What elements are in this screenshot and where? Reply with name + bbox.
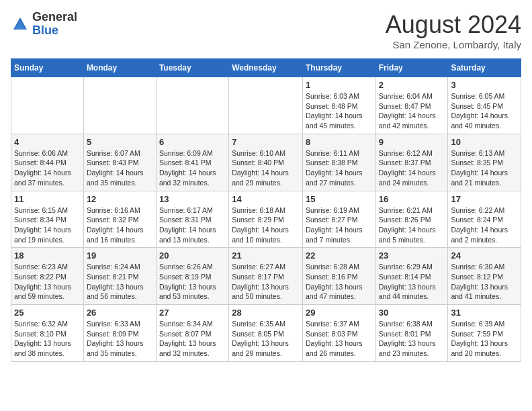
day-number: 20	[159, 250, 226, 261]
day-info: Sunrise: 6:04 AM Sunset: 8:47 PM Dayligh…	[379, 91, 445, 131]
col-monday: Monday	[83, 59, 156, 77]
day-info: Sunrise: 6:24 AM Sunset: 8:21 PM Dayligh…	[87, 262, 153, 302]
calendar-week-row: 11Sunrise: 6:15 AM Sunset: 8:34 PM Dayli…	[11, 191, 521, 248]
day-info: Sunrise: 6:03 AM Sunset: 8:48 PM Dayligh…	[306, 91, 373, 131]
title-block: August 2024 San Zenone, Lombardy, Italy	[386, 11, 521, 50]
table-row: 18Sunrise: 6:23 AM Sunset: 8:22 PM Dayli…	[11, 248, 84, 305]
table-row: 30Sunrise: 6:38 AM Sunset: 8:01 PM Dayli…	[375, 305, 448, 362]
day-number: 2	[379, 80, 445, 90]
day-info: Sunrise: 6:10 AM Sunset: 8:40 PM Dayligh…	[232, 148, 300, 188]
col-friday: Friday	[375, 59, 448, 77]
table-row: 11Sunrise: 6:15 AM Sunset: 8:34 PM Dayli…	[11, 191, 84, 248]
calendar-week-row: 1Sunrise: 6:03 AM Sunset: 8:48 PM Daylig…	[11, 77, 521, 134]
day-info: Sunrise: 6:23 AM Sunset: 8:22 PM Dayligh…	[14, 262, 81, 302]
day-number: 5	[87, 137, 153, 147]
day-info: Sunrise: 6:17 AM Sunset: 8:31 PM Dayligh…	[159, 205, 226, 245]
table-row: 19Sunrise: 6:24 AM Sunset: 8:21 PM Dayli…	[83, 248, 156, 305]
month-title: August 2024	[386, 11, 521, 39]
day-number: 30	[379, 308, 445, 318]
day-number: 24	[451, 250, 518, 261]
day-info: Sunrise: 6:16 AM Sunset: 8:32 PM Dayligh…	[87, 205, 153, 245]
day-info: Sunrise: 6:28 AM Sunset: 8:16 PM Dayligh…	[306, 262, 373, 302]
day-number: 15	[306, 194, 373, 204]
day-info: Sunrise: 6:11 AM Sunset: 8:38 PM Dayligh…	[306, 148, 373, 188]
table-row: 6Sunrise: 6:09 AM Sunset: 8:41 PM Daylig…	[156, 134, 228, 191]
day-number: 1	[306, 80, 373, 90]
day-number: 25	[14, 308, 81, 318]
table-row: 9Sunrise: 6:12 AM Sunset: 8:37 PM Daylig…	[375, 134, 448, 191]
table-row: 8Sunrise: 6:11 AM Sunset: 8:38 PM Daylig…	[302, 134, 375, 191]
table-row: 1Sunrise: 6:03 AM Sunset: 8:48 PM Daylig…	[302, 77, 375, 134]
table-row: 5Sunrise: 6:07 AM Sunset: 8:43 PM Daylig…	[83, 134, 156, 191]
day-number: 14	[232, 194, 300, 204]
day-info: Sunrise: 6:26 AM Sunset: 8:19 PM Dayligh…	[159, 262, 226, 302]
table-row: 15Sunrise: 6:19 AM Sunset: 8:27 PM Dayli…	[302, 191, 375, 248]
table-row: 16Sunrise: 6:21 AM Sunset: 8:26 PM Dayli…	[375, 191, 448, 248]
day-info: Sunrise: 6:39 AM Sunset: 7:59 PM Dayligh…	[451, 319, 518, 359]
logo-icon	[11, 15, 30, 34]
table-row: 7Sunrise: 6:10 AM Sunset: 8:40 PM Daylig…	[229, 134, 303, 191]
day-number: 9	[379, 137, 445, 147]
table-row: 31Sunrise: 6:39 AM Sunset: 7:59 PM Dayli…	[448, 305, 521, 362]
day-number: 31	[451, 308, 518, 318]
day-info: Sunrise: 6:27 AM Sunset: 8:17 PM Dayligh…	[232, 262, 300, 302]
calendar-week-row: 18Sunrise: 6:23 AM Sunset: 8:22 PM Dayli…	[11, 248, 521, 305]
day-number: 21	[232, 250, 300, 261]
table-row: 25Sunrise: 6:32 AM Sunset: 8:10 PM Dayli…	[11, 305, 84, 362]
day-info: Sunrise: 6:19 AM Sunset: 8:27 PM Dayligh…	[306, 205, 373, 245]
table-row: 14Sunrise: 6:18 AM Sunset: 8:29 PM Dayli…	[229, 191, 303, 248]
page-header: General Blue August 2024 San Zenone, Lom…	[11, 11, 521, 50]
table-row: 24Sunrise: 6:30 AM Sunset: 8:12 PM Dayli…	[448, 248, 521, 305]
col-sunday: Sunday	[11, 59, 84, 77]
day-number: 23	[379, 250, 445, 261]
logo: General Blue	[11, 11, 77, 38]
table-row: 20Sunrise: 6:26 AM Sunset: 8:19 PM Dayli…	[156, 248, 228, 305]
day-number: 4	[14, 137, 81, 147]
table-row: 2Sunrise: 6:04 AM Sunset: 8:47 PM Daylig…	[375, 77, 448, 134]
day-info: Sunrise: 6:06 AM Sunset: 8:44 PM Dayligh…	[14, 148, 81, 188]
day-info: Sunrise: 6:38 AM Sunset: 8:01 PM Dayligh…	[379, 319, 445, 359]
calendar-week-row: 4Sunrise: 6:06 AM Sunset: 8:44 PM Daylig…	[11, 134, 521, 191]
day-info: Sunrise: 6:32 AM Sunset: 8:10 PM Dayligh…	[14, 319, 81, 359]
day-info: Sunrise: 6:07 AM Sunset: 8:43 PM Dayligh…	[87, 148, 153, 188]
table-row: 21Sunrise: 6:27 AM Sunset: 8:17 PM Dayli…	[229, 248, 303, 305]
day-number: 6	[159, 137, 226, 147]
day-info: Sunrise: 6:15 AM Sunset: 8:34 PM Dayligh…	[14, 205, 81, 245]
table-row: 10Sunrise: 6:13 AM Sunset: 8:35 PM Dayli…	[448, 134, 521, 191]
table-row: 22Sunrise: 6:28 AM Sunset: 8:16 PM Dayli…	[302, 248, 375, 305]
day-number: 29	[306, 308, 373, 318]
day-number: 19	[87, 250, 153, 261]
table-row	[11, 77, 84, 134]
day-number: 11	[14, 194, 81, 204]
day-number: 26	[87, 308, 153, 318]
day-info: Sunrise: 6:29 AM Sunset: 8:14 PM Dayligh…	[379, 262, 445, 302]
day-info: Sunrise: 6:30 AM Sunset: 8:12 PM Dayligh…	[451, 262, 518, 302]
col-tuesday: Tuesday	[156, 59, 228, 77]
table-row: 13Sunrise: 6:17 AM Sunset: 8:31 PM Dayli…	[156, 191, 228, 248]
location-subtitle: San Zenone, Lombardy, Italy	[386, 39, 521, 50]
day-number: 27	[159, 308, 226, 318]
col-saturday: Saturday	[448, 59, 521, 77]
table-row: 3Sunrise: 6:05 AM Sunset: 8:45 PM Daylig…	[448, 77, 521, 134]
day-info: Sunrise: 6:37 AM Sunset: 8:03 PM Dayligh…	[306, 319, 373, 359]
day-info: Sunrise: 6:21 AM Sunset: 8:26 PM Dayligh…	[379, 205, 445, 245]
table-row: 29Sunrise: 6:37 AM Sunset: 8:03 PM Dayli…	[302, 305, 375, 362]
day-number: 7	[232, 137, 300, 147]
day-number: 10	[451, 137, 518, 147]
day-info: Sunrise: 6:34 AM Sunset: 8:07 PM Dayligh…	[159, 319, 226, 359]
calendar-week-row: 25Sunrise: 6:32 AM Sunset: 8:10 PM Dayli…	[11, 305, 521, 362]
day-number: 16	[379, 194, 445, 204]
table-row: 27Sunrise: 6:34 AM Sunset: 8:07 PM Dayli…	[156, 305, 228, 362]
day-number: 8	[306, 137, 373, 147]
day-number: 3	[451, 80, 518, 90]
logo-general-text: General	[32, 10, 77, 24]
table-row: 28Sunrise: 6:35 AM Sunset: 8:05 PM Dayli…	[229, 305, 303, 362]
table-row: 26Sunrise: 6:33 AM Sunset: 8:09 PM Dayli…	[83, 305, 156, 362]
day-number: 12	[87, 194, 153, 204]
table-row	[83, 77, 156, 134]
day-info: Sunrise: 6:09 AM Sunset: 8:41 PM Dayligh…	[159, 148, 226, 188]
table-row	[156, 77, 228, 134]
day-number: 13	[159, 194, 226, 204]
day-info: Sunrise: 6:12 AM Sunset: 8:37 PM Dayligh…	[379, 148, 445, 188]
day-info: Sunrise: 6:33 AM Sunset: 8:09 PM Dayligh…	[87, 319, 153, 359]
